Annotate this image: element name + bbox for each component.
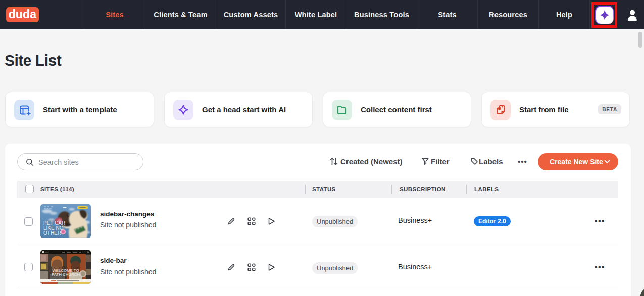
svg-text:OTHER: OTHER: [43, 230, 61, 236]
svg-text:PATH CHURCH: PATH CHURCH: [52, 272, 80, 277]
